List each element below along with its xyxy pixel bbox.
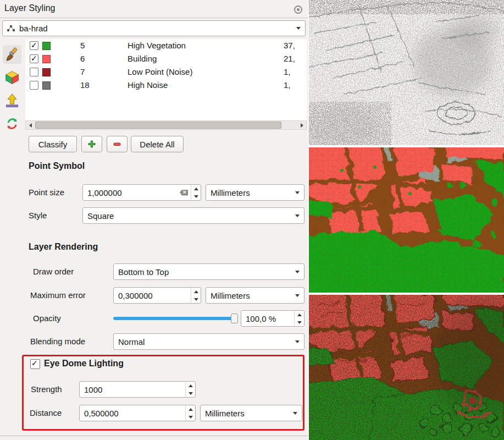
chevron-down-icon (295, 340, 300, 343)
remove-class-button[interactable] (107, 136, 128, 152)
opacity-value[interactable]: 100,0 % (241, 314, 294, 323)
clear-icon[interactable] (180, 190, 188, 196)
maximum-error-input[interactable]: 0,300000 (113, 287, 201, 304)
spin-up-icon[interactable] (295, 311, 304, 318)
row-checkbox[interactable] (30, 41, 38, 50)
chevron-down-icon (296, 27, 301, 30)
symbology-tab[interactable] (3, 45, 21, 64)
panel-options-icon[interactable] (294, 6, 302, 14)
blending-mode-label: Blending mode (30, 333, 85, 350)
qgis-window: Layer Styling ba-hrad (0, 0, 504, 440)
opacity-slider[interactable] (113, 310, 238, 327)
maximum-error-value[interactable]: 0,300000 (114, 291, 191, 300)
horizontal-scrollbar[interactable] (25, 120, 307, 130)
class-value: 6 (80, 54, 85, 63)
scroll-left-icon[interactable] (26, 121, 35, 129)
chevron-down-icon (295, 191, 300, 194)
classify-button-label: Classify (38, 140, 68, 149)
paintbrush-icon (4, 47, 20, 62)
point-size-unit-value: Millimeters (211, 188, 292, 197)
classification-row[interactable]: 5 High Vegetation 37, (25, 40, 307, 53)
layer-selector-combo[interactable]: ba-hrad (2, 20, 306, 36)
color-swatch[interactable] (42, 68, 51, 76)
class-count: 1, (284, 67, 307, 76)
3d-symbology-tab[interactable] (3, 68, 21, 87)
color-swatch[interactable] (42, 81, 51, 90)
class-value: 7 (80, 67, 85, 76)
row-checkbox[interactable] (30, 68, 38, 76)
strength-label: Strength (31, 381, 62, 398)
layer-selector-value: ba-hrad (19, 24, 296, 33)
style-combo[interactable]: Square (82, 207, 304, 224)
elevation-arrow-icon (4, 93, 20, 108)
slider-handle[interactable] (231, 314, 238, 323)
color-swatch[interactable] (42, 55, 51, 63)
point-cloud-render-classified (309, 147, 504, 293)
spin-up-icon[interactable] (191, 185, 201, 193)
style-label: Style (29, 207, 47, 224)
maximum-error-unit-combo[interactable]: Millimeters (206, 287, 304, 304)
spin-down-icon[interactable] (191, 295, 201, 303)
spin-down-icon[interactable] (186, 389, 195, 397)
chevron-down-icon (295, 271, 300, 273)
style-value: Square (87, 211, 292, 221)
draw-order-combo[interactable]: Bottom to Top (113, 263, 304, 280)
point-symbol-heading: Point Symbol (29, 161, 85, 171)
delete-all-button[interactable]: Delete All (131, 136, 184, 152)
slider-track[interactable] (113, 317, 236, 320)
strength-value[interactable]: 1000 (80, 385, 185, 394)
spin-down-icon[interactable] (186, 413, 195, 421)
spin-down-icon[interactable] (295, 318, 304, 326)
class-value: 18 (80, 80, 90, 90)
spinner-buttons[interactable] (191, 288, 201, 303)
point-cloud-render-sketch (309, 0, 504, 145)
elevation-tab[interactable] (3, 91, 21, 110)
maximum-error-label: Maximum error (30, 287, 86, 304)
chevron-down-icon (293, 412, 297, 415)
color-swatch[interactable] (42, 42, 51, 50)
class-label: High Noise (128, 80, 168, 90)
spinner-buttons[interactable] (294, 311, 304, 326)
chevron-down-icon (295, 215, 300, 217)
delete-all-button-label: Delete All (140, 140, 174, 149)
point-size-unit-combo[interactable]: Millimeters (206, 184, 304, 201)
point-size-label: Point size (29, 184, 64, 201)
classification-table[interactable]: 5 High Vegetation 37, 6 Building 21, 7 L… (25, 39, 307, 120)
spin-up-icon[interactable] (191, 288, 201, 295)
class-label: Low Point (Noise) (128, 67, 192, 76)
class-count: 1, (284, 80, 307, 90)
spin-up-icon[interactable] (186, 382, 195, 389)
history-tab[interactable] (3, 114, 21, 133)
strength-input[interactable]: 1000 (79, 381, 196, 398)
point-size-value[interactable]: 1,000000 (83, 188, 180, 197)
plus-icon (87, 140, 96, 148)
spinner-buttons[interactable] (191, 185, 201, 200)
eye-dome-lighting-checkbox[interactable] (30, 359, 40, 369)
row-checkbox[interactable] (30, 54, 38, 63)
distance-value[interactable]: 0,500000 (80, 409, 185, 418)
eye-dome-lighting-label: Eye Dome Lighting (44, 359, 124, 369)
blending-mode-combo[interactable]: Normal (113, 333, 304, 350)
history-arrows-icon (4, 116, 20, 131)
blending-mode-value: Normal (118, 337, 292, 346)
spin-up-icon[interactable] (186, 405, 195, 413)
spin-down-icon[interactable] (191, 193, 201, 200)
distance-input[interactable]: 0,500000 (79, 405, 196, 421)
classification-row[interactable]: 18 High Noise 1, (25, 79, 307, 92)
opacity-input[interactable]: 100,0 % (241, 310, 304, 327)
classification-row[interactable]: 6 Building 21, (25, 53, 307, 66)
panel-title: Layer Styling (4, 3, 56, 13)
add-class-button[interactable] (81, 136, 102, 152)
scrollbar-thumb[interactable] (35, 122, 281, 129)
spinner-buttons[interactable] (185, 382, 195, 397)
spinner-buttons[interactable] (185, 405, 195, 421)
chevron-down-icon (295, 294, 300, 297)
row-checkbox[interactable] (30, 81, 38, 90)
classification-row[interactable]: 7 Low Point (Noise) 1, (25, 66, 307, 79)
distance-unit-combo[interactable]: Millimeters (200, 405, 302, 421)
classify-button[interactable]: Classify (29, 136, 77, 152)
scroll-right-icon[interactable] (297, 121, 306, 129)
panel-bottom-divider (0, 436, 308, 436)
layer-rendering-heading: Layer Rendering (29, 242, 98, 252)
point-size-input[interactable]: 1,000000 (82, 184, 201, 201)
